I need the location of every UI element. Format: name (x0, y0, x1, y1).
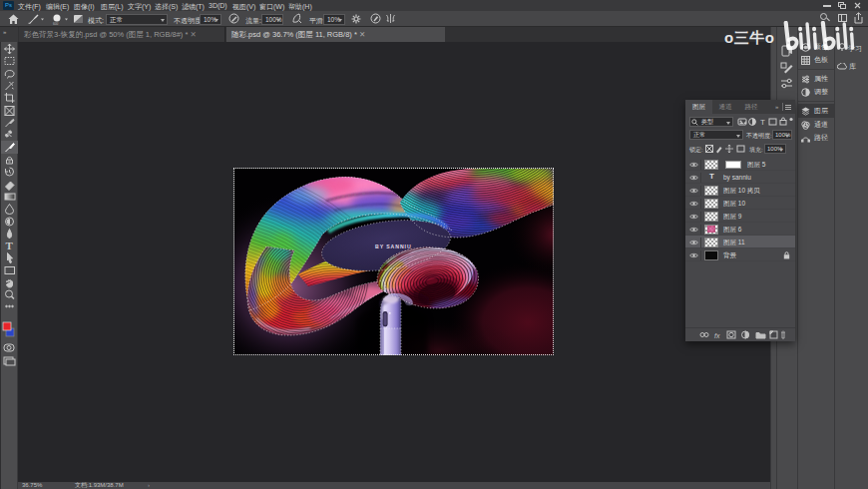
svg-text:T: T (6, 240, 14, 251)
svg-text:fx: fx (714, 332, 720, 339)
svg-text:T: T (760, 118, 765, 127)
svg-text:600: 600 (53, 22, 59, 26)
